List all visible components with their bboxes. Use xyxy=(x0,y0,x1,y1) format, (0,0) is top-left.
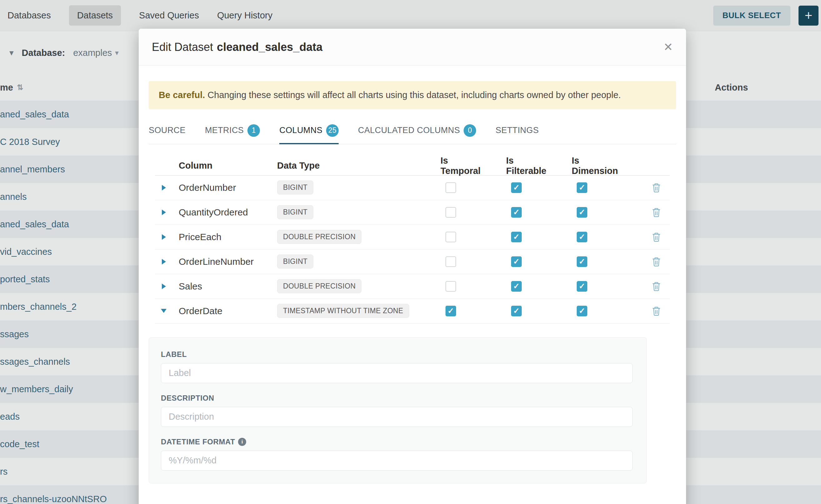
header-data-type: Data Type xyxy=(271,161,418,171)
datetime-format-field-label: DATETIME FORMAT i xyxy=(161,437,633,446)
is-dimension-checkbox[interactable] xyxy=(577,306,587,316)
is-filterable-checkbox[interactable] xyxy=(511,182,522,193)
description-input[interactable] xyxy=(161,407,633,427)
column-row: OrderDate TIMESTAMP WITHOUT TIME ZONE xyxy=(155,299,670,324)
modal-title-prefix: Edit Dataset xyxy=(152,41,213,54)
data-type-pill: BIGINT xyxy=(277,254,313,269)
tab-settings[interactable]: SETTINGS xyxy=(496,124,539,144)
data-type-pill: DOUBLE PRECISION xyxy=(277,230,361,244)
tab-calculated-columns[interactable]: CALCULATED COLUMNS 0 xyxy=(358,124,476,144)
calculated-columns-count-badge: 0 xyxy=(464,124,476,137)
label-field: LABEL xyxy=(161,350,633,383)
column-name: QuantityOrdered xyxy=(172,207,271,218)
column-name: OrderLineNumber xyxy=(172,256,271,267)
expand-caret-icon[interactable] xyxy=(155,259,172,264)
warning-bold-text: Be careful. xyxy=(159,90,205,100)
is-filterable-checkbox[interactable] xyxy=(511,232,522,242)
tab-columns[interactable]: COLUMNS 25 xyxy=(279,124,339,144)
label-input[interactable] xyxy=(161,363,633,383)
is-filterable-checkbox[interactable] xyxy=(511,256,522,267)
delete-column-icon[interactable] xyxy=(652,232,661,242)
is-dimension-checkbox[interactable] xyxy=(577,281,587,292)
column-name: Sales xyxy=(172,281,271,292)
modal-title: Edit Dataset cleaned_sales_data xyxy=(152,41,322,54)
header-is-filterable: Is Filterable xyxy=(484,156,549,176)
metrics-count-badge: 1 xyxy=(247,124,260,137)
column-row: OrderLineNumber BIGINT xyxy=(155,250,670,274)
columns-count-badge: 25 xyxy=(326,124,339,137)
is-filterable-checkbox[interactable] xyxy=(511,281,522,292)
info-icon[interactable]: i xyxy=(238,438,246,446)
is-temporal-checkbox[interactable] xyxy=(446,207,456,218)
is-dimension-checkbox[interactable] xyxy=(577,256,587,267)
is-temporal-checkbox[interactable] xyxy=(446,182,456,193)
is-dimension-checkbox[interactable] xyxy=(577,232,587,242)
delete-column-icon[interactable] xyxy=(652,306,661,316)
warning-banner: Be careful. Changing these settings will… xyxy=(149,81,676,109)
column-row: Sales DOUBLE PRECISION xyxy=(155,274,670,299)
data-type-pill: DOUBLE PRECISION xyxy=(277,279,361,293)
modal-header: Edit Dataset cleaned_sales_data ✕ xyxy=(139,29,686,66)
collapse-caret-icon[interactable] xyxy=(155,309,172,313)
column-detail-panel: LABEL DESCRIPTION DATETIME FORMAT i xyxy=(149,337,647,483)
delete-column-icon[interactable] xyxy=(652,257,661,267)
modal-body: Be careful. Changing these settings will… xyxy=(139,81,686,483)
delete-column-icon[interactable] xyxy=(652,207,661,217)
is-temporal-checkbox[interactable] xyxy=(446,306,456,316)
datetime-format-field: DATETIME FORMAT i xyxy=(161,437,633,471)
columns-table-header: Column Data Type Is Temporal Is Filterab… xyxy=(155,156,670,175)
is-dimension-checkbox[interactable] xyxy=(577,207,587,218)
is-temporal-checkbox[interactable] xyxy=(446,281,456,292)
edit-dataset-modal: Edit Dataset cleaned_sales_data ✕ Be car… xyxy=(139,29,686,504)
column-name: OrderNumber xyxy=(172,182,271,193)
is-dimension-checkbox[interactable] xyxy=(577,182,587,193)
tab-label: SOURCE xyxy=(149,126,185,135)
expand-caret-icon[interactable] xyxy=(155,234,172,240)
data-type-pill: BIGINT xyxy=(277,205,313,219)
data-type-pill: BIGINT xyxy=(277,180,313,195)
columns-table: Column Data Type Is Temporal Is Filterab… xyxy=(155,156,670,324)
header-is-temporal: Is Temporal xyxy=(418,156,484,176)
description-field-label: DESCRIPTION xyxy=(161,394,633,403)
close-icon[interactable]: ✕ xyxy=(664,42,673,53)
is-filterable-checkbox[interactable] xyxy=(511,207,522,218)
tab-label: SETTINGS xyxy=(496,126,539,135)
tab-source[interactable]: SOURCE xyxy=(149,124,185,144)
datetime-format-input[interactable] xyxy=(161,451,633,471)
header-is-dimension: Is Dimension xyxy=(549,156,615,176)
is-temporal-checkbox[interactable] xyxy=(446,256,456,267)
tab-metrics[interactable]: METRICS 1 xyxy=(205,124,260,144)
tab-label: COLUMNS xyxy=(279,126,322,135)
modal-dataset-name: cleaned_sales_data xyxy=(217,41,322,54)
is-temporal-checkbox[interactable] xyxy=(446,232,456,242)
tab-label: METRICS xyxy=(205,126,244,135)
delete-column-icon[interactable] xyxy=(652,183,661,193)
column-row: PriceEach DOUBLE PRECISION xyxy=(155,225,670,250)
expand-caret-icon[interactable] xyxy=(155,284,172,289)
is-filterable-checkbox[interactable] xyxy=(511,306,522,316)
header-column: Column xyxy=(172,161,271,171)
datetime-format-label-text: DATETIME FORMAT xyxy=(161,437,235,446)
warning-text: Changing these settings will affect all … xyxy=(207,90,621,100)
column-name: PriceEach xyxy=(172,232,271,242)
expand-caret-icon[interactable] xyxy=(155,210,172,215)
column-row: QuantityOrdered BIGINT xyxy=(155,200,670,225)
description-field: DESCRIPTION xyxy=(161,394,633,427)
column-name: OrderDate xyxy=(172,306,271,316)
delete-column-icon[interactable] xyxy=(652,281,661,291)
tab-label: CALCULATED COLUMNS xyxy=(358,126,460,135)
data-type-pill: TIMESTAMP WITHOUT TIME ZONE xyxy=(277,304,409,318)
column-row: OrderNumber BIGINT xyxy=(155,175,670,200)
expand-caret-icon[interactable] xyxy=(155,185,172,190)
label-field-label: LABEL xyxy=(161,350,633,359)
modal-tabs: SOURCE METRICS 1 COLUMNS 25 CALCULATED C… xyxy=(149,124,676,144)
